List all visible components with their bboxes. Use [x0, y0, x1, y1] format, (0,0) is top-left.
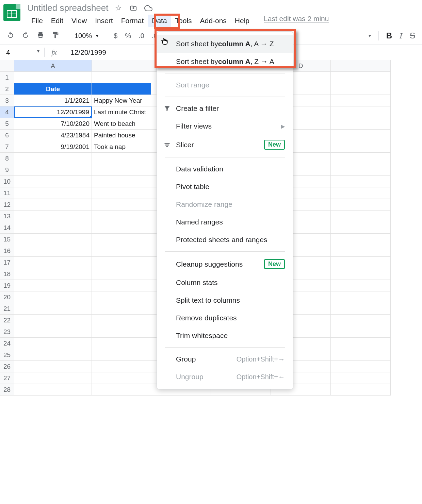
cell-empty[interactable] [14, 187, 92, 199]
cell-empty[interactable] [92, 349, 151, 361]
cell-empty[interactable] [92, 187, 151, 199]
cell-empty[interactable] [331, 176, 391, 187]
row-header-25[interactable]: 25 [0, 349, 14, 361]
row-header-5[interactable]: 5 [0, 118, 14, 130]
cell-empty[interactable] [331, 118, 391, 130]
menu-named-ranges[interactable]: Named ranges [157, 213, 293, 231]
cell-empty[interactable] [14, 245, 92, 257]
cell-empty[interactable] [92, 164, 151, 176]
cell-a2[interactable]: Date [14, 83, 92, 95]
cell-empty[interactable] [14, 164, 92, 176]
cell-empty[interactable] [331, 326, 391, 338]
cell-empty[interactable] [92, 384, 151, 396]
cell-a6[interactable]: 4/23/1984 [14, 130, 92, 141]
menu-format[interactable]: Format [117, 15, 148, 27]
row-header-18[interactable]: 18 [0, 268, 14, 280]
cell-empty[interactable] [14, 303, 92, 315]
row-header-19[interactable]: 19 [0, 280, 14, 291]
format-currency[interactable]: $ [114, 32, 117, 40]
row-header-8[interactable]: 8 [0, 153, 14, 164]
menu-create-filter[interactable]: Create a filter [157, 100, 293, 117]
cell-empty[interactable] [92, 234, 151, 245]
cell-empty[interactable] [14, 291, 92, 303]
paint-format-icon[interactable] [52, 31, 59, 40]
cell-empty[interactable] [92, 315, 151, 326]
cell-empty[interactable] [14, 222, 92, 234]
cell-empty[interactable] [14, 384, 92, 396]
cell-empty[interactable] [92, 280, 151, 291]
row-header-14[interactable]: 14 [0, 222, 14, 234]
row-header-20[interactable]: 20 [0, 291, 14, 303]
menu-edit[interactable]: Edit [47, 15, 67, 27]
menu-remove-duplicates[interactable]: Remove duplicates [157, 309, 293, 327]
cell-empty[interactable] [331, 83, 391, 95]
menu-help[interactable]: Help [231, 15, 254, 27]
cloud-status-icon[interactable] [144, 4, 152, 12]
menu-sort-za[interactable]: Sort sheet by column A, Z → A [157, 53, 293, 70]
cell-empty[interactable] [331, 315, 391, 326]
row-header-16[interactable]: 16 [0, 245, 14, 257]
cell-empty[interactable] [92, 245, 151, 257]
cell-empty[interactable] [92, 257, 151, 268]
cell-empty[interactable] [331, 384, 391, 396]
row-header-21[interactable]: 21 [0, 303, 14, 315]
cell-empty[interactable] [14, 268, 92, 280]
menu-column-stats[interactable]: Column stats [157, 274, 293, 291]
name-box[interactable]: 4 [0, 48, 44, 56]
cell-empty[interactable] [331, 257, 391, 268]
print-icon[interactable] [37, 31, 44, 40]
menu-slicer[interactable]: Slicer New [157, 135, 293, 154]
cell-empty[interactable] [331, 211, 391, 222]
row-header-6[interactable]: 6 [0, 130, 14, 141]
cell-b7[interactable]: Took a nap [92, 141, 151, 153]
menu-protected-sheets[interactable]: Protected sheets and ranges [157, 231, 293, 249]
row-header-7[interactable]: 7 [0, 141, 14, 153]
italic-icon[interactable]: I [400, 31, 402, 40]
cell-empty[interactable] [331, 268, 391, 280]
cell-empty[interactable] [14, 338, 92, 349]
cell-empty[interactable] [14, 257, 92, 268]
cell-empty[interactable] [14, 326, 92, 338]
redo-icon[interactable] [22, 31, 29, 40]
row-header-17[interactable]: 17 [0, 257, 14, 268]
cell-b4[interactable]: Last minute Christ [92, 106, 151, 118]
cell-empty[interactable] [14, 72, 92, 83]
document-title[interactable]: Untitled spreadsheet [27, 3, 108, 13]
cell-b3[interactable]: Happy New Year [92, 95, 151, 106]
cell-empty[interactable] [331, 130, 391, 141]
cell-empty[interactable] [14, 372, 92, 384]
cell-empty[interactable] [331, 245, 391, 257]
cell-empty[interactable] [92, 326, 151, 338]
star-icon[interactable]: ☆ [114, 4, 123, 12]
row-header-22[interactable]: 22 [0, 315, 14, 326]
cell-empty[interactable] [14, 280, 92, 291]
cell-empty[interactable] [331, 338, 391, 349]
cell-b2[interactable] [92, 83, 151, 95]
cell-empty[interactable] [92, 199, 151, 211]
row-header-2[interactable]: 2 [0, 83, 14, 95]
menu-trim-whitespace[interactable]: Trim whitespace [157, 327, 293, 345]
row-header-24[interactable]: 24 [0, 338, 14, 349]
strikethrough-icon[interactable]: S [410, 31, 415, 40]
cell-empty[interactable] [14, 153, 92, 164]
row-header-27[interactable]: 27 [0, 372, 14, 384]
cell-empty[interactable] [92, 372, 151, 384]
cell-empty[interactable] [331, 106, 391, 118]
cell-a4[interactable]: 12/20/1999 [14, 106, 92, 118]
cell-empty[interactable] [331, 164, 391, 176]
cell-empty[interactable] [331, 291, 391, 303]
zoom-select[interactable]: 100%▾ [75, 32, 98, 40]
row-header-26[interactable]: 26 [0, 361, 14, 372]
cell-empty[interactable] [92, 153, 151, 164]
format-percent[interactable]: % [125, 32, 131, 40]
row-header-3[interactable]: 3 [0, 95, 14, 106]
row-header-1[interactable]: 1 [0, 72, 14, 83]
cell-b6[interactable]: Painted house [92, 130, 151, 141]
menu-split-text[interactable]: Split text to columns [157, 291, 293, 309]
row-header-4[interactable]: 4 [0, 106, 14, 118]
cell-a5[interactable]: 7/10/2020 [14, 118, 92, 130]
cell-empty[interactable] [92, 176, 151, 187]
cell-empty[interactable] [14, 349, 92, 361]
undo-icon[interactable] [7, 31, 14, 40]
sheets-logo[interactable] [3, 4, 20, 21]
